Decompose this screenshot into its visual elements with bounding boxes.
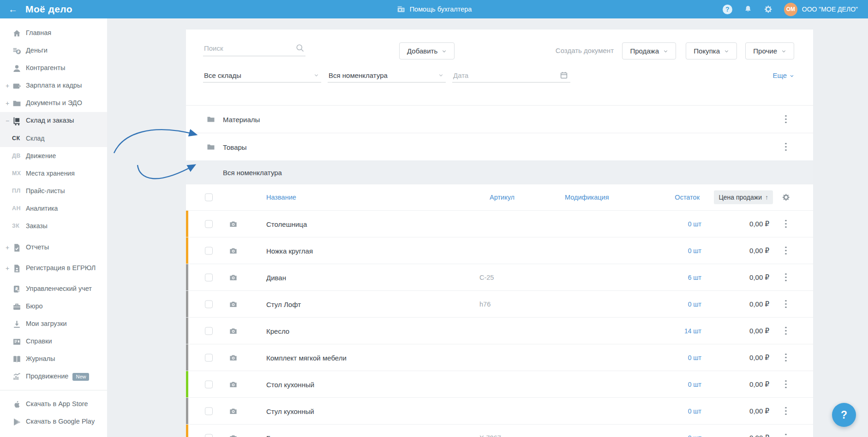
support-help-fab[interactable]: ? <box>832 403 856 427</box>
item-name[interactable]: Бумага упаковочная <box>266 434 331 437</box>
column-settings-gear-icon[interactable] <box>782 193 790 202</box>
row-menu-button[interactable] <box>781 352 790 364</box>
table-row[interactable]: Бумага упаковочная Х-7067 0 шт 0,00 ₽ <box>186 424 813 437</box>
item-stock[interactable]: 0 шт <box>688 220 701 228</box>
row-checkbox[interactable] <box>205 273 213 281</box>
add-button[interactable]: Добавить <box>399 42 455 59</box>
sidebar-item-dokumenty[interactable]: + Документы и ЭДО <box>0 94 107 112</box>
sidebar-subitem-analitika[interactable]: АН Аналитика <box>0 200 107 217</box>
row-checkbox[interactable] <box>205 300 213 308</box>
other-button[interactable]: Прочие <box>745 42 794 59</box>
table-row[interactable]: Стул Лофт h76 0 шт 0,00 ₽ <box>186 290 813 317</box>
row-checkbox[interactable] <box>205 220 213 228</box>
sidebar-item-otchety[interactable]: + Отчеты <box>0 239 107 256</box>
column-header-price-sorted[interactable]: Цена продажи ↑ <box>714 190 773 204</box>
sidebar-item-moi-zagruzki[interactable]: Мои загрузки <box>0 315 107 333</box>
expand-plus-marker[interactable]: + <box>4 265 11 272</box>
sidebar-subitem-dvizhenie[interactable]: ДВ Движение <box>0 147 107 165</box>
sidebar-item-byuro[interactable]: Бюро <box>0 298 107 315</box>
sidebar-item-sklad-i-zakazy[interactable]: − Склад и заказы <box>0 112 107 130</box>
row-menu-button[interactable] <box>781 432 790 437</box>
sidebar-item-spravki[interactable]: Справки <box>0 333 107 350</box>
search-icon[interactable] <box>295 43 305 53</box>
row-checkbox[interactable] <box>205 327 213 335</box>
sidebar-item-zarplata[interactable]: + Зарплата и кадры <box>0 77 107 94</box>
bell-icon[interactable] <box>743 5 753 14</box>
search-input[interactable] <box>203 42 305 56</box>
folder-name[interactable]: Материалы <box>223 115 260 123</box>
sidebar-item-registraciya-egryul[interactable]: + Регистрация в ЕГРЮЛ <box>0 256 107 280</box>
sidebar-item-prodvizhenie[interactable]: Продвижение New <box>0 368 107 385</box>
sidebar-subitem-zakazy[interactable]: ЗК Заказы <box>0 217 107 235</box>
table-row[interactable]: Комплект мягкой мебели 0 шт 0,00 ₽ <box>186 344 813 371</box>
table-row[interactable]: Стол кухонный 0 шт 0,00 ₽ <box>186 371 813 397</box>
row-checkbox[interactable] <box>205 247 213 254</box>
item-stock[interactable]: 0 шт <box>688 301 701 308</box>
sidebar-subitem-sklad[interactable]: СК Склад <box>0 130 107 147</box>
item-name[interactable]: Комплект мягкой мебели <box>266 354 347 361</box>
sidebar-item-upravlencheskij-uchet[interactable]: Управленческий учет <box>0 280 107 298</box>
row-menu-button[interactable] <box>781 325 790 337</box>
row-menu-button[interactable] <box>781 298 790 310</box>
column-header-sku[interactable]: Артикул <box>490 194 515 201</box>
expand-plus-marker[interactable]: + <box>4 82 11 89</box>
warehouse-select[interactable]: Все склады <box>203 68 321 83</box>
folder-row-materialy[interactable]: Материалы <box>186 105 813 133</box>
date-field[interactable]: Дата <box>452 68 570 83</box>
table-row[interactable]: Ножка круглая 0 шт 0,00 ₽ <box>186 237 813 264</box>
row-checkbox[interactable] <box>205 354 213 361</box>
item-name[interactable]: Стол кухонный <box>266 380 314 388</box>
sidebar-item-kontragenty[interactable]: Контрагенты <box>0 59 107 77</box>
row-menu-button[interactable] <box>781 218 790 230</box>
collapse-minus-marker[interactable]: − <box>4 117 11 124</box>
sidebar-item-app-store[interactable]: Скачать в App Store <box>0 396 107 413</box>
company-name[interactable]: ООО "МОЕ ДЕЛО" <box>802 6 858 13</box>
item-name[interactable]: Столешница <box>266 220 307 228</box>
more-filters-link[interactable]: Еще <box>772 71 794 79</box>
item-name[interactable]: Стул Лофт <box>266 300 301 308</box>
sidebar-item-dengi[interactable]: Деньги <box>0 42 107 59</box>
sidebar-subitem-mesta-hraneniya[interactable]: МХ Места хранения <box>0 165 107 182</box>
row-menu-button[interactable] <box>781 378 790 390</box>
expand-plus-marker[interactable]: + <box>4 244 11 251</box>
item-name[interactable]: Кресло <box>266 327 289 335</box>
select-all-checkbox[interactable] <box>205 194 213 201</box>
sale-button[interactable]: Продажа <box>622 42 676 59</box>
column-header-stock[interactable]: Остаток <box>675 194 700 201</box>
item-stock[interactable]: 14 шт <box>684 327 701 335</box>
purchase-button[interactable]: Покупка <box>686 42 737 59</box>
row-checkbox[interactable] <box>205 407 213 415</box>
app-logo[interactable]: Моё дело <box>25 4 72 15</box>
column-header-modification[interactable]: Модификация <box>565 194 609 201</box>
item-stock[interactable]: 6 шт <box>688 274 701 281</box>
table-row[interactable]: Кресло 14 шт 0,00 ₽ <box>186 317 813 344</box>
row-checkbox[interactable] <box>205 380 213 388</box>
back-arrow-icon[interactable]: ← <box>8 5 18 14</box>
table-row[interactable]: Столешница 0 шт 0,00 ₽ <box>186 210 813 237</box>
avatar[interactable]: ОМ <box>784 3 797 16</box>
expand-plus-marker[interactable]: + <box>4 100 11 107</box>
calendar-icon[interactable] <box>560 71 568 79</box>
folder-menu-button[interactable] <box>781 113 790 125</box>
folder-row-tovary[interactable]: Товары <box>186 133 813 160</box>
item-name[interactable]: Ножка круглая <box>266 247 313 254</box>
item-stock[interactable]: 0 шт <box>688 247 701 254</box>
row-menu-button[interactable] <box>781 272 790 283</box>
sidebar-item-zhurnaly[interactable]: Журналы <box>0 350 107 368</box>
item-stock[interactable]: 0 шт <box>688 354 701 361</box>
row-menu-button[interactable] <box>781 405 790 417</box>
help-icon[interactable]: ? <box>723 5 732 14</box>
sidebar-item-glavnaya[interactable]: Главная <box>0 24 107 42</box>
accountant-help-button[interactable]: Помощь бухгалтера <box>396 5 472 14</box>
row-menu-button[interactable] <box>781 245 790 257</box>
folder-name[interactable]: Товары <box>223 143 247 151</box>
table-row[interactable]: Стул кухонный 0 шт 0,00 ₽ <box>186 397 813 424</box>
item-name[interactable]: Стул кухонный <box>266 407 314 415</box>
item-stock[interactable]: 0 шт <box>688 434 701 437</box>
row-checkbox[interactable] <box>205 434 213 437</box>
item-name[interactable]: Диван <box>266 273 286 281</box>
item-stock[interactable]: 0 шт <box>688 381 701 388</box>
folder-menu-button[interactable] <box>781 141 790 153</box>
table-row[interactable]: Диван С-25 6 шт 0,00 ₽ <box>186 264 813 290</box>
sidebar-item-google-play[interactable]: Скачать в Google Play <box>0 413 107 431</box>
